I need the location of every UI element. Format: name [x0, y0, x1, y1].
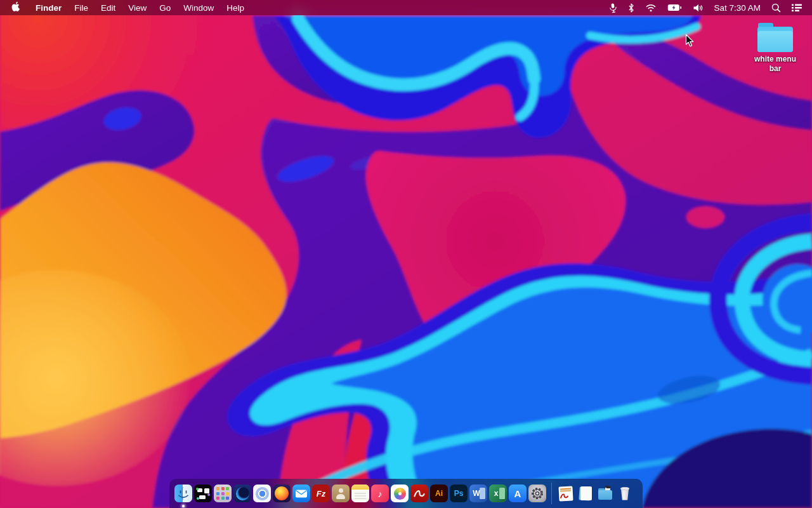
desktop: Finder File Edit View Go Window Help	[0, 0, 812, 508]
dock-item-firefox[interactable]	[273, 485, 291, 502]
folder-icon	[757, 23, 793, 52]
illustrator-label: Ai	[430, 485, 448, 502]
dock-item-filezilla[interactable]: Fz	[312, 485, 330, 502]
apple-menu[interactable]	[0, 0, 29, 15]
menu-file[interactable]: File	[68, 0, 95, 15]
dock-item-chromium[interactable]	[253, 485, 271, 502]
spotlight-search-icon[interactable]	[771, 3, 781, 13]
dock-item-mail[interactable]	[292, 485, 310, 502]
dock-separator	[551, 483, 552, 504]
dock-item-photos[interactable]	[391, 485, 409, 502]
dock: Fz ♪ Ai Ps W	[169, 479, 643, 508]
menu-bar: Finder File Edit View Go Window Help	[0, 0, 812, 15]
menu-help[interactable]: Help	[220, 0, 251, 15]
menu-app-name[interactable]: Finder	[29, 0, 68, 15]
dock-item-contacts[interactable]	[332, 485, 350, 502]
menu-edit[interactable]: Edit	[95, 0, 122, 15]
microphone-icon[interactable]	[609, 3, 617, 13]
app-store-letter: A	[509, 485, 527, 502]
wifi-icon[interactable]	[645, 4, 657, 12]
dock-item-music[interactable]: ♪	[371, 485, 389, 502]
filezilla-label: Fz	[312, 485, 330, 502]
menu-window[interactable]: Window	[177, 0, 220, 15]
bluetooth-icon[interactable]	[628, 3, 634, 13]
notification-center-icon[interactable]	[792, 3, 802, 12]
dock-item-firefox-nightly[interactable]	[233, 485, 251, 502]
dock-item-word[interactable]: W	[469, 485, 487, 502]
menu-bar-left: Finder File Edit View Go Window Help	[0, 0, 251, 15]
dock-item-app-store[interactable]: A	[509, 485, 527, 502]
music-note-glyph: ♪	[371, 485, 389, 502]
menu-bar-clock[interactable]: Sat 7:30 AM	[714, 3, 761, 13]
desktop-folder-white-menu-bar[interactable]: white menu bar	[754, 23, 797, 74]
dock-item-finder[interactable]	[174, 485, 192, 502]
photoshop-label: Ps	[450, 485, 468, 502]
desktop-wallpaper	[0, 0, 812, 508]
battery-charging-icon[interactable]	[667, 4, 682, 11]
dock-item-documents-stack[interactable]	[577, 485, 594, 502]
menu-view[interactable]: View	[122, 0, 153, 15]
volume-icon[interactable]	[693, 4, 703, 12]
dock-item-excel[interactable]: x	[489, 485, 507, 502]
word-label: W	[469, 485, 487, 502]
dock-item-mission-control[interactable]	[194, 485, 212, 502]
dock-item-launchpad[interactable]	[214, 485, 232, 502]
folder-label: white menu bar	[754, 55, 797, 74]
dock-item-notes[interactable]	[351, 485, 369, 502]
finder-running-indicator	[182, 505, 185, 507]
dock-item-illustrator[interactable]: Ai	[430, 485, 448, 502]
dock-item-downloads-folder[interactable]	[596, 485, 614, 502]
dock-item-photoshop[interactable]: Ps	[450, 485, 468, 502]
dock-item-system-preferences[interactable]	[528, 485, 546, 502]
menu-go[interactable]: Go	[153, 0, 177, 15]
excel-label: x	[489, 485, 507, 502]
dock-item-acrobat-reader[interactable]	[410, 485, 428, 502]
dock-item-pdf-documents-stack[interactable]	[557, 485, 575, 502]
apple-logo-icon	[11, 1, 20, 14]
menu-bar-status: Sat 7:30 AM	[609, 0, 812, 15]
dock-item-trash[interactable]	[616, 485, 634, 502]
